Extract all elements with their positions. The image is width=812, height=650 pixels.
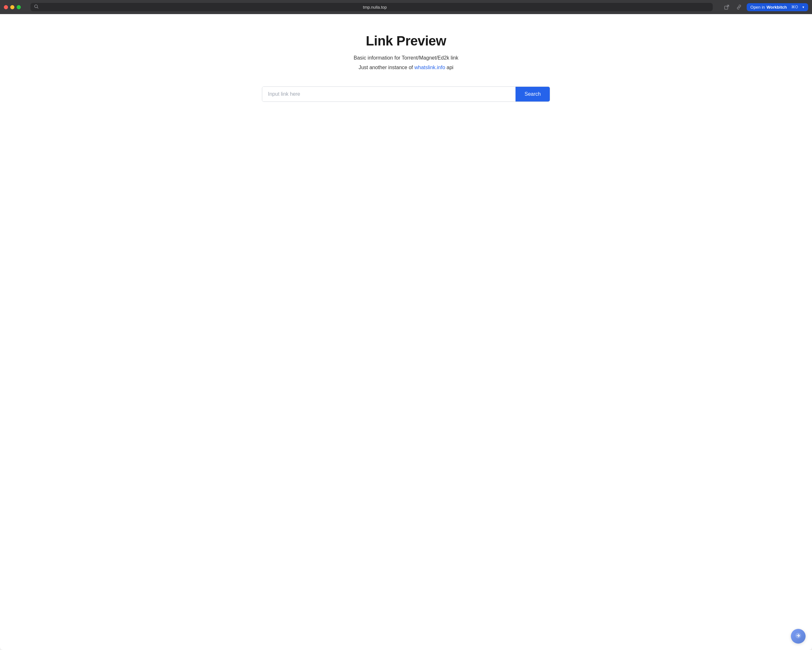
browser-address-bar[interactable]: tmp.nulla.top	[31, 3, 713, 11]
search-input[interactable]	[262, 87, 516, 102]
open-in-workbitch-button[interactable]: Open in Workbitch ⌘O ▾	[747, 3, 808, 11]
description-prefix: Just another instance of	[359, 65, 414, 70]
search-button[interactable]: Search	[516, 87, 550, 102]
browser-action-icons	[722, 3, 743, 12]
page-description: Just another instance of whatslink.info …	[359, 65, 453, 70]
page-content: Link Preview Basic information for Torre…	[0, 14, 812, 650]
minimize-button[interactable]	[10, 5, 14, 9]
open-in-prefix: Open in	[751, 5, 765, 10]
traffic-lights	[4, 5, 21, 9]
floating-action-button[interactable]	[791, 629, 806, 644]
description-suffix: api	[445, 65, 453, 70]
page-title: Link Preview	[366, 33, 446, 49]
search-icon	[34, 5, 38, 10]
link-icon[interactable]	[734, 3, 743, 12]
keyboard-shortcut: ⌘O	[791, 5, 798, 9]
whatslink-link[interactable]: whatslink.info	[414, 65, 445, 70]
page-subtitle: Basic information for Torrent/Magnet/Ed2…	[354, 55, 458, 61]
dropdown-arrow-icon: ▾	[802, 5, 804, 9]
url-display: tmp.nulla.top	[41, 5, 709, 10]
search-form: Search	[262, 87, 550, 102]
share-icon[interactable]	[722, 3, 731, 12]
browser-chrome: tmp.nulla.top Open in Workbitch ⌘O ▾	[0, 0, 812, 14]
floating-button-icon	[795, 632, 801, 640]
maximize-button[interactable]	[17, 5, 21, 9]
close-button[interactable]	[4, 5, 8, 9]
browser-window: Link Preview Basic information for Torre…	[0, 14, 812, 650]
svg-line-1	[37, 8, 38, 8]
workbitch-brand: Workbitch	[766, 5, 787, 10]
